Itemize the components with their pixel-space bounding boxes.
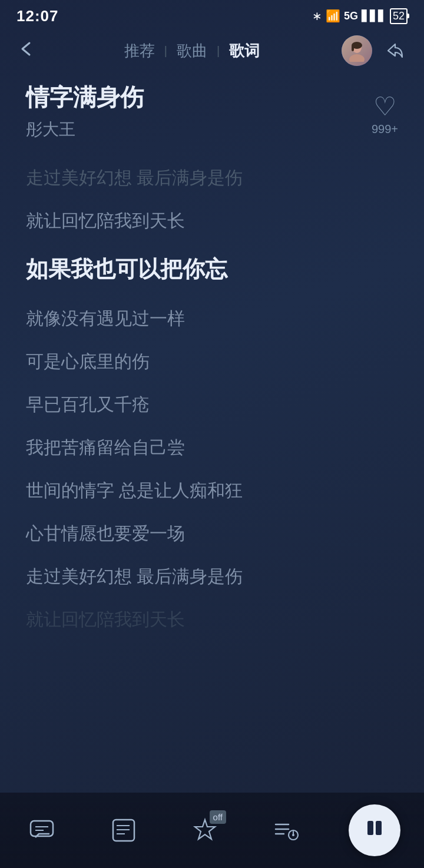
lyric-line: 就让回忆陪我到天长 [26,598,398,641]
lyric-line: 我把苦痛留给自己尝 [26,426,398,469]
status-icons: ∗ 📶 5G ▋▋▋ 52 [312,8,408,24]
network-5g-icon: 5G [344,10,358,22]
play-pause-button[interactable] [349,804,400,856]
like-button[interactable]: ♡ 999+ [372,91,398,136]
nav-tabs: 推荐 | 歌曲 | 歌词 [124,41,260,61]
tab-lyrics[interactable]: 歌词 [229,41,260,61]
lyric-line-active: 如果我也可以把你忘 [26,242,398,297]
nav-divider-1: | [164,44,167,58]
heart-icon: ♡ [373,91,396,121]
svg-point-17 [292,834,294,836]
status-bar: 12:07 ∗ 📶 5G ▋▋▋ 52 [0,0,424,29]
battery-icon: 52 [390,8,408,24]
lyric-line: 走过美好幻想 最后满身是伤 [26,156,398,199]
svg-rect-18 [367,821,373,835]
lyrics-toggle-button[interactable] [105,811,143,849]
avatar-image [342,35,372,66]
nav-divider-2: | [217,44,220,58]
status-time: 12:07 [16,7,59,25]
lyric-line: 早已百孔又千疮 [26,383,398,426]
lyric-line: 就像没有遇见过一样 [26,297,398,340]
nav-back-button[interactable] [16,39,42,62]
nav-actions [342,35,408,66]
off-badge: off [210,810,226,824]
lyrics-container: 走过美好幻想 最后满身是伤 就让回忆陪我到天长 如果我也可以把你忘 就像没有遇见… [0,150,424,723]
avatar[interactable] [342,35,372,66]
lyric-line: 就让回忆陪我到天长 [26,199,398,242]
star-icon: off [186,811,224,849]
playlist-button[interactable] [267,811,305,849]
lyric-line: 可是心底里的伤 [26,340,398,383]
like-count: 999+ [372,122,398,136]
tab-recommend[interactable]: 推荐 [124,41,155,61]
song-title: 情字满身伤 [26,81,398,114]
danmu-button[interactable] [24,811,61,849]
signal-icon: ▋▋▋ [362,9,386,22]
svg-rect-3 [352,45,354,51]
danmu-icon [24,811,61,849]
svg-rect-19 [376,821,382,835]
lyric-line: 世间的情字 总是让人痴和狂 [26,469,398,512]
playlist-icon [267,811,305,849]
lyric-line: 心甘情愿也要爱一场 [26,512,398,555]
tab-song[interactable]: 歌曲 [177,41,207,61]
wifi-icon: 📶 [326,9,340,23]
bottom-controls: off [0,793,424,868]
song-artist: 彤大王 [26,118,398,141]
lyrics-icon [105,811,143,849]
share-button[interactable] [382,38,408,64]
song-info: 情字满身伤 彤大王 [0,75,424,150]
svg-point-1 [349,54,365,62]
pause-icon [363,816,386,845]
bluetooth-icon: ∗ [312,9,322,23]
favorite-button[interactable]: off [186,811,224,849]
top-nav: 推荐 | 歌曲 | 歌词 [0,29,424,75]
lyric-line: 走过美好幻想 最后满身是伤 [26,555,398,598]
